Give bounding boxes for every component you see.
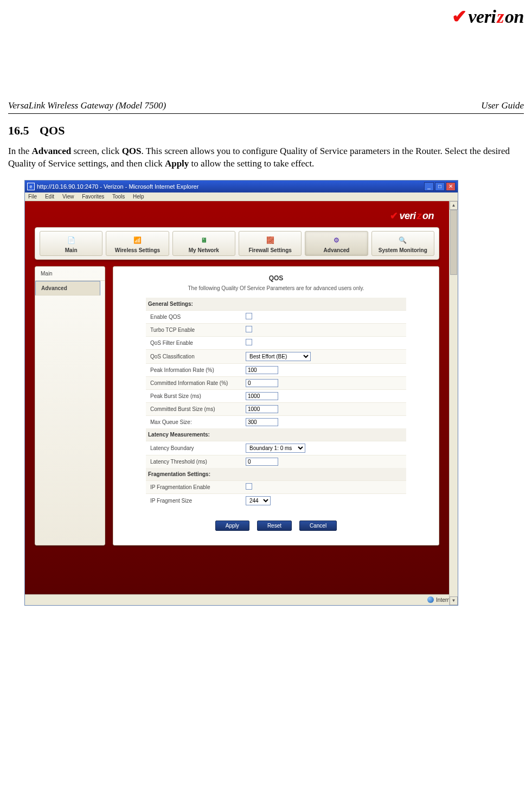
- tab-label: System Monitoring: [379, 247, 427, 253]
- magnifier-icon: 🔍: [396, 235, 410, 246]
- body-bold: Apply: [165, 158, 189, 169]
- browser-statusbar: Internet: [25, 594, 458, 605]
- verizon-check-icon: ✔: [390, 210, 398, 222]
- menu-favorites[interactable]: Favorites: [82, 194, 104, 200]
- tab-label: Wireless Settings: [115, 247, 160, 253]
- qos-filter-checkbox[interactable]: [246, 339, 252, 345]
- panel-subtitle: The following Quality Of Service Paramet…: [124, 285, 428, 291]
- menu-view[interactable]: View: [62, 194, 74, 200]
- qos-classification-select[interactable]: Best Effort (BE): [246, 352, 311, 361]
- peak-burst-size-input[interactable]: [246, 392, 278, 400]
- turbo-tcp-label: Turbo TCP Enable: [146, 324, 243, 336]
- tab-my-network[interactable]: 🖥 My Network: [172, 231, 235, 256]
- document-icon: 📄: [64, 235, 78, 246]
- router-verizon-logo: ✔ verizon: [390, 210, 434, 222]
- verizon-check-icon: ✔: [452, 5, 467, 27]
- section-heading: 16.5 QOS: [8, 124, 524, 138]
- tab-label: Firewall Settings: [248, 247, 291, 253]
- verizon-wordmark-z: z: [497, 7, 504, 27]
- close-button[interactable]: ✕: [446, 182, 456, 191]
- committed-info-rate-label: Committed Information Rate (%): [146, 377, 243, 389]
- menu-file[interactable]: File: [28, 194, 37, 200]
- sidebar-item-main[interactable]: Main: [35, 267, 105, 281]
- header-rule: [8, 113, 524, 114]
- tab-wireless-settings[interactable]: 📶 Wireless Settings: [106, 231, 169, 256]
- menu-edit[interactable]: Edit: [45, 194, 54, 200]
- body-bold: Advanced: [31, 146, 71, 156]
- doc-title-left: VersaLink Wireless Gateway (Model 7500): [8, 100, 166, 111]
- tab-advanced[interactable]: ⚙ Advanced: [305, 231, 368, 256]
- committed-info-rate-input[interactable]: [246, 379, 278, 387]
- section-general-title: General Settings:: [146, 298, 406, 310]
- ie-icon: e: [27, 183, 35, 190]
- qos-panel: QOS The following Quality Of Service Par…: [113, 266, 439, 545]
- verizon-logo: ✔ verizon: [452, 5, 524, 27]
- ip-fragment-size-select[interactable]: 244: [246, 496, 271, 505]
- qos-classification-label: QoS Classification: [146, 350, 243, 363]
- side-nav: Main Advanced: [35, 266, 105, 545]
- apply-button[interactable]: Apply: [215, 521, 249, 531]
- verizon-wordmark-suffix: on: [505, 7, 524, 27]
- embedded-screenshot: e http://10.16.90.10:2470 - Verizon - Mi…: [24, 180, 458, 606]
- browser-viewport: ▲ ▼ ✔ verizon 📄 Main 📶 Wireless Settings: [25, 201, 458, 605]
- menu-tools[interactable]: Tools: [112, 194, 125, 200]
- committed-burst-size-label: Committed Burst Size (ms): [146, 403, 243, 415]
- latency-threshold-label: Latency Threshold (ms): [146, 455, 243, 468]
- tab-system-monitoring[interactable]: 🔍 System Monitoring: [371, 231, 434, 256]
- page-header: ✔ verizon: [8, 11, 524, 62]
- enable-qos-label: Enable QOS: [146, 311, 243, 323]
- network-icon: 🖥: [197, 235, 211, 246]
- scroll-up-icon[interactable]: ▲: [450, 201, 458, 210]
- tab-label: Main: [65, 247, 78, 253]
- ip-fragmentation-enable-label: IP Fragmentation Enable: [146, 481, 243, 493]
- scroll-thumb[interactable]: [450, 210, 457, 275]
- cancel-button[interactable]: Cancel: [299, 521, 337, 531]
- tab-firewall-settings[interactable]: 🧱 Firewall Settings: [239, 231, 302, 256]
- gear-icon: ⚙: [329, 235, 343, 246]
- panel-title: QOS: [124, 274, 428, 282]
- status-left-icon: [28, 596, 36, 603]
- globe-icon: [427, 596, 434, 603]
- turbo-tcp-checkbox[interactable]: [246, 326, 252, 332]
- peak-burst-size-label: Peak Burst Size (ms): [146, 390, 243, 402]
- window-titlebar[interactable]: e http://10.16.90.10:2470 - Verizon - Mi…: [25, 181, 458, 192]
- section-title: QOS: [40, 124, 65, 137]
- enable-qos-checkbox[interactable]: [246, 313, 252, 319]
- window-title: http://10.16.90.10:2470 - Verizon - Micr…: [37, 183, 198, 190]
- section-number: 16.5: [8, 124, 29, 137]
- wireless-icon: 📶: [130, 235, 144, 246]
- ip-fragmentation-enable-checkbox[interactable]: [246, 483, 252, 490]
- qos-filter-label: QoS Filter Enable: [146, 337, 243, 349]
- menu-help[interactable]: Help: [133, 194, 144, 200]
- latency-threshold-input[interactable]: [246, 458, 278, 466]
- maximize-button[interactable]: □: [435, 182, 445, 191]
- ip-fragment-size-label: IP Fragment Size: [146, 495, 243, 507]
- body-text: screen, click: [71, 146, 121, 156]
- browser-menubar[interactable]: File Edit View Favorites Tools Help: [25, 192, 458, 201]
- sidebar-item-advanced[interactable]: Advanced: [35, 281, 100, 296]
- section-fragmentation-title: Fragmentation Settings:: [146, 468, 406, 480]
- max-queue-size-input[interactable]: [246, 418, 278, 426]
- tab-main[interactable]: 📄 Main: [40, 231, 102, 256]
- tab-label: Advanced: [324, 247, 350, 253]
- section-latency-title: Latency Measurements:: [146, 428, 406, 441]
- latency-boundary-select[interactable]: Boundary 1: 0 ms: [246, 444, 305, 453]
- body-paragraph: In the Advanced screen, click QOS. This …: [8, 145, 524, 170]
- body-text: to allow the setting to take effect.: [189, 158, 314, 169]
- vertical-scrollbar[interactable]: ▲ ▼: [449, 201, 458, 605]
- top-nav: 📄 Main 📶 Wireless Settings 🖥 My Network …: [35, 227, 439, 260]
- committed-burst-size-input[interactable]: [246, 405, 278, 413]
- peak-info-rate-input[interactable]: [246, 366, 278, 374]
- scroll-down-icon[interactable]: ▼: [450, 596, 458, 605]
- reset-button[interactable]: Reset: [257, 521, 292, 531]
- peak-info-rate-label: Peak Information Rate (%): [146, 364, 243, 376]
- latency-boundary-label: Latency Boundary: [146, 442, 243, 454]
- body-text: In the: [8, 146, 31, 156]
- tab-label: My Network: [189, 247, 219, 253]
- body-bold: QOS: [122, 146, 142, 156]
- router-page: ✔ verizon 📄 Main 📶 Wireless Settings 🖥 M…: [25, 201, 449, 594]
- running-header: VersaLink Wireless Gateway (Model 7500) …: [8, 100, 524, 111]
- max-queue-size-label: Max Queue Size:: [146, 416, 243, 428]
- minimize-button[interactable]: _: [424, 182, 434, 191]
- verizon-wordmark-prefix: veri: [468, 7, 496, 27]
